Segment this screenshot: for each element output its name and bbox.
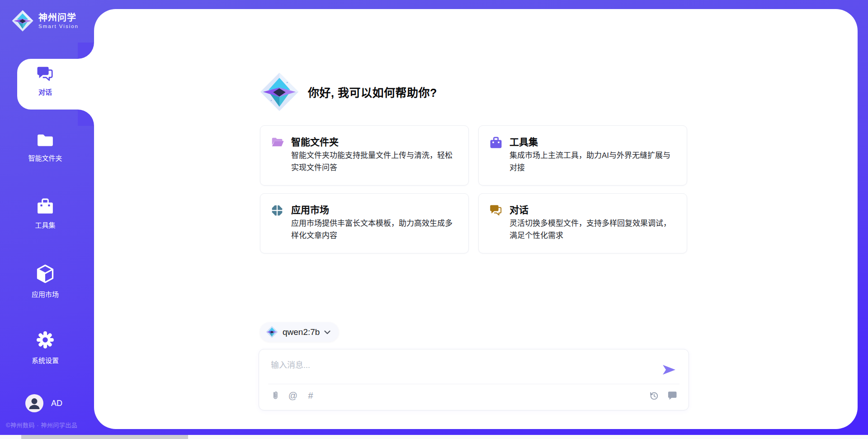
brand: 神州问学 Smart Vision bbox=[12, 10, 79, 32]
mention-icon[interactable]: @ bbox=[288, 390, 298, 401]
message-input-box: @ # bbox=[259, 349, 689, 410]
app-logo-icon bbox=[260, 72, 299, 111]
command-icon[interactable]: # bbox=[305, 390, 316, 401]
sidebar-item-settings[interactable]: 系统设置 bbox=[0, 330, 90, 365]
card-app-market[interactable]: 应用市场 应用市场提供丰富长文本模板，助力高效生成多样化文章内容 bbox=[260, 193, 469, 253]
sidebar: 神州问学 Smart Vision 对话 智能文件夹 bbox=[0, 0, 94, 439]
avatar bbox=[25, 394, 43, 412]
briefcase-icon bbox=[37, 208, 54, 216]
chevron-down-icon bbox=[324, 328, 330, 336]
app-logo-icon bbox=[12, 10, 33, 32]
active-nav-fillet-bottom bbox=[78, 110, 94, 126]
user-chip[interactable]: AD bbox=[25, 394, 62, 412]
cube-icon bbox=[36, 277, 54, 285]
brand-subtitle: Smart Vision bbox=[38, 24, 79, 29]
card-chat[interactable]: 对话 灵活切换多模型文件，支持多样回复效果调试，满足个性化需求 bbox=[478, 193, 687, 253]
model-name: qwen2:7b bbox=[283, 327, 320, 337]
attach-icon[interactable] bbox=[270, 390, 281, 401]
chat-bubbles-icon bbox=[490, 205, 502, 217]
card-description: 灵活切换多模型文件，支持多样回复效果调试，满足个性化需求 bbox=[509, 217, 674, 242]
send-icon[interactable] bbox=[662, 364, 676, 375]
comment-icon[interactable] bbox=[667, 390, 678, 401]
card-smart-folder[interactable]: 智能文件夹 智能文件夹功能支持批量文件上传与清洗，轻松实现文件问答 bbox=[260, 125, 469, 186]
sidebar-footer: ©神州数码 · 神州问学出品 bbox=[6, 420, 96, 429]
greeting-title: 你好, 我可以如何帮助你? bbox=[308, 84, 437, 100]
folder-open-icon bbox=[271, 137, 284, 149]
sidebar-item-chat[interactable]: 对话 bbox=[0, 66, 90, 96]
message-input[interactable] bbox=[270, 358, 660, 382]
card-title: 应用市场 bbox=[291, 202, 329, 216]
card-title: 对话 bbox=[509, 202, 528, 216]
feature-cards: 智能文件夹 智能文件夹功能支持批量文件上传与清洗，轻松实现文件问答 工具集 集成… bbox=[260, 125, 687, 253]
sidebar-item-label: 智能文件夹 bbox=[0, 153, 90, 162]
horizontal-scrollbar[interactable] bbox=[0, 435, 868, 439]
card-title: 工具集 bbox=[509, 134, 538, 148]
folder-icon bbox=[37, 141, 54, 149]
chat-bubbles-icon bbox=[37, 75, 54, 83]
active-nav-fillet-top bbox=[78, 43, 94, 59]
scrollbar-thumb[interactable] bbox=[21, 435, 188, 439]
history-icon[interactable] bbox=[648, 390, 659, 401]
grid-cube-icon bbox=[271, 205, 284, 217]
sidebar-item-smart-folder[interactable]: 智能文件夹 bbox=[0, 133, 90, 162]
sidebar-item-app-market[interactable]: 应用市场 bbox=[0, 264, 90, 299]
main-panel: 你好, 我可以如何帮助你? 智能文件夹 智能文件夹功能支持批量文件上传与清洗，轻… bbox=[94, 9, 858, 429]
card-description: 应用市场提供丰富长文本模板，助力高效生成多样化文章内容 bbox=[291, 217, 456, 242]
sidebar-item-label: 对话 bbox=[0, 87, 90, 96]
model-logo-icon bbox=[266, 326, 278, 338]
gear-icon bbox=[36, 344, 55, 351]
card-title: 智能文件夹 bbox=[291, 134, 339, 148]
sidebar-item-label: 系统设置 bbox=[0, 355, 90, 365]
card-description: 集成市场上主流工具，助力AI与外界无缝扩展与对接 bbox=[509, 149, 674, 174]
sidebar-item-toolset[interactable]: 工具集 bbox=[0, 198, 90, 229]
user-name: AD bbox=[51, 399, 62, 408]
card-description: 智能文件夹功能支持批量文件上传与清洗，轻松实现文件问答 bbox=[291, 149, 456, 174]
briefcase-icon bbox=[490, 137, 502, 149]
model-selector[interactable]: qwen2:7b bbox=[260, 322, 339, 342]
sidebar-item-label: 应用市场 bbox=[0, 289, 90, 299]
greeting-block: 你好, 我可以如何帮助你? bbox=[260, 72, 437, 111]
composer: qwen2:7b @ bbox=[259, 322, 689, 410]
composer-divider bbox=[268, 384, 679, 384]
card-toolset[interactable]: 工具集 集成市场上主流工具，助力AI与外界无缝扩展与对接 bbox=[478, 125, 687, 186]
sidebar-item-label: 工具集 bbox=[0, 220, 90, 229]
brand-name: 神州问学 bbox=[38, 13, 76, 23]
